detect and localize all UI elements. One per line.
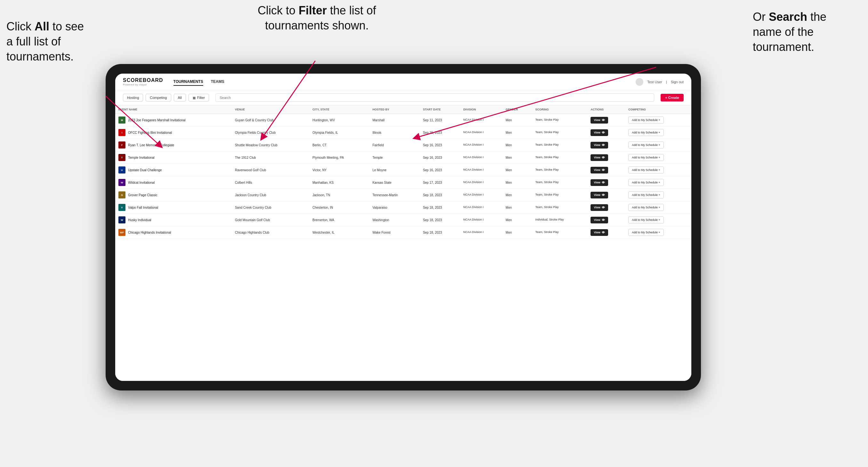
cell-actions: View 👁 — [587, 151, 625, 164]
col-division: DIVISION — [460, 105, 502, 114]
team-logo: I — [118, 129, 125, 136]
view-button[interactable]: View 👁 — [590, 117, 608, 124]
add-schedule-button[interactable]: Add to My Schedule + — [628, 129, 663, 136]
logo-sub: Powered by clippd — [123, 83, 163, 86]
add-schedule-button[interactable]: Add to My Schedule + — [628, 117, 663, 124]
cell-competing: Add to My Schedule + — [625, 201, 691, 214]
competing-button[interactable]: Competing — [146, 94, 171, 101]
col-actions: ACTIONS — [587, 105, 625, 114]
cell-hosted-by: Marshall — [369, 114, 420, 126]
cell-venue: Guyan Golf & Country Club — [232, 114, 309, 126]
add-schedule-button[interactable]: Add to My Schedule + — [628, 191, 663, 198]
add-schedule-button[interactable]: Add to My Schedule + — [628, 229, 663, 236]
cell-event-name: W Husky Individual — [115, 214, 232, 226]
eye-icon: 👁 — [602, 118, 605, 122]
cell-gender: Men — [502, 214, 532, 226]
view-button[interactable]: View 👁 — [590, 192, 608, 198]
create-button[interactable]: + Create — [660, 94, 684, 101]
add-schedule-button[interactable]: Add to My Schedule + — [628, 179, 663, 186]
table-header: EVENT NAME VENUE CITY, STATE HOSTED BY S… — [115, 105, 691, 114]
cell-start-date: Sep 15, 2023 — [420, 126, 460, 139]
filter-button[interactable]: ▦ Filter — [188, 94, 209, 101]
table-row: V Valpo Fall Invitational Sand Creek Cou… — [115, 201, 691, 214]
cell-event-name: F Ryan T. Lee Memorial Collegiate — [115, 139, 232, 151]
team-logo: V — [118, 204, 125, 211]
filter-bar: Hosting Competing All ▦ Filter + Create — [115, 90, 691, 105]
cell-event-name: G Grover Page Classic — [115, 189, 232, 201]
add-schedule-button[interactable]: Add to My Schedule + — [628, 216, 663, 223]
search-box — [215, 93, 654, 102]
cell-event-name: WF Chicago Highlands Invitational — [115, 226, 232, 239]
cell-hosted-by: Tennessee-Martin — [369, 189, 420, 201]
event-title: Valpo Fall Invitational — [128, 206, 158, 209]
cell-division: NCAA Division I — [460, 114, 502, 126]
signout-link[interactable]: Sign out — [671, 80, 684, 84]
cell-division: NCAA Division I — [460, 151, 502, 164]
cell-gender: Men — [502, 226, 532, 239]
cell-venue: The 1912 Club — [232, 151, 309, 164]
col-competing: COMPETING — [625, 105, 691, 114]
add-schedule-button[interactable]: Add to My Schedule + — [628, 166, 663, 174]
tablet-screen: SCOREBOARD Powered by clippd TOURNAMENTS… — [115, 73, 691, 381]
cell-scoring: Team, Stroke Play — [532, 126, 588, 139]
view-button[interactable]: View 👁 — [590, 204, 608, 211]
hosting-button[interactable]: Hosting — [123, 94, 143, 101]
team-logo: F — [118, 142, 125, 149]
cell-start-date: Sep 11, 2023 — [420, 114, 460, 126]
cell-actions: View 👁 — [587, 164, 625, 176]
cell-venue: Shuttle Meadow Country Club — [232, 139, 309, 151]
topbar: SCOREBOARD Powered by clippd TOURNAMENTS… — [115, 73, 691, 90]
team-logo: W — [118, 216, 125, 223]
view-button[interactable]: View 👁 — [590, 179, 608, 186]
cell-competing: Add to My Schedule + — [625, 151, 691, 164]
add-schedule-button[interactable]: Add to My Schedule + — [628, 142, 663, 149]
cell-city-state: Olympia Fields, IL — [309, 126, 369, 139]
team-logo: M — [118, 117, 125, 124]
tablet-frame: SCOREBOARD Powered by clippd TOURNAMENTS… — [105, 64, 701, 391]
view-button[interactable]: View 👁 — [590, 167, 608, 174]
event-title: Chicago Highlands Invitational — [128, 231, 171, 234]
cell-event-name: W Wildcat Invitational — [115, 176, 232, 189]
cell-division: NCAA Division I — [460, 139, 502, 151]
nav-tournaments[interactable]: TOURNAMENTS — [174, 78, 203, 86]
cell-city-state: Jackson, TN — [309, 189, 369, 201]
eye-icon: 👁 — [602, 168, 605, 172]
table-row: F Ryan T. Lee Memorial Collegiate Shuttl… — [115, 139, 691, 151]
view-button[interactable]: View 👁 — [590, 142, 608, 149]
col-scoring: SCORING — [532, 105, 588, 114]
cell-city-state: Bremerton, WA — [309, 214, 369, 226]
search-input[interactable] — [215, 93, 654, 102]
cell-event-name: M 2023 Joe Feaganes Marshall Invitationa… — [115, 114, 232, 126]
team-logo: G — [118, 191, 125, 198]
view-button[interactable]: View 👁 — [590, 229, 608, 236]
cell-scoring: Team, Stroke Play — [532, 176, 588, 189]
cell-hosted-by: Fairfield — [369, 139, 420, 151]
cell-scoring: Team, Stroke Play — [532, 139, 588, 151]
add-schedule-button[interactable]: Add to My Schedule + — [628, 154, 663, 161]
eye-icon: 👁 — [602, 144, 605, 147]
cell-scoring: Team, Stroke Play — [532, 114, 588, 126]
cell-actions: View 👁 — [587, 214, 625, 226]
table-row: W Wildcat Invitational Colbert Hills Man… — [115, 176, 691, 189]
all-button[interactable]: All — [174, 94, 186, 101]
nav-teams[interactable]: TEAMS — [211, 78, 224, 86]
cell-competing: Add to My Schedule + — [625, 126, 691, 139]
team-logo: T — [118, 154, 125, 161]
cell-venue: Gold Mountain Golf Club — [232, 214, 309, 226]
cell-competing: Add to My Schedule + — [625, 214, 691, 226]
cell-actions: View 👁 — [587, 189, 625, 201]
view-button[interactable]: View 👁 — [590, 154, 608, 161]
add-schedule-button[interactable]: Add to My Schedule + — [628, 204, 663, 211]
logo-title: SCOREBOARD — [123, 77, 163, 83]
table-row: WF Chicago Highlands Invitational Chicag… — [115, 226, 691, 239]
col-gender: GENDER — [502, 105, 532, 114]
eye-icon: 👁 — [602, 131, 605, 134]
cell-competing: Add to My Schedule + — [625, 139, 691, 151]
view-button[interactable]: View 👁 — [590, 129, 608, 136]
table-row: T Temple Invitational The 1912 Club Plym… — [115, 151, 691, 164]
cell-start-date: Sep 16, 2023 — [420, 164, 460, 176]
eye-icon: 👁 — [602, 193, 605, 197]
cell-venue: Colbert Hills — [232, 176, 309, 189]
table-row: M 2023 Joe Feaganes Marshall Invitationa… — [115, 114, 691, 126]
view-button[interactable]: View 👁 — [590, 217, 608, 223]
